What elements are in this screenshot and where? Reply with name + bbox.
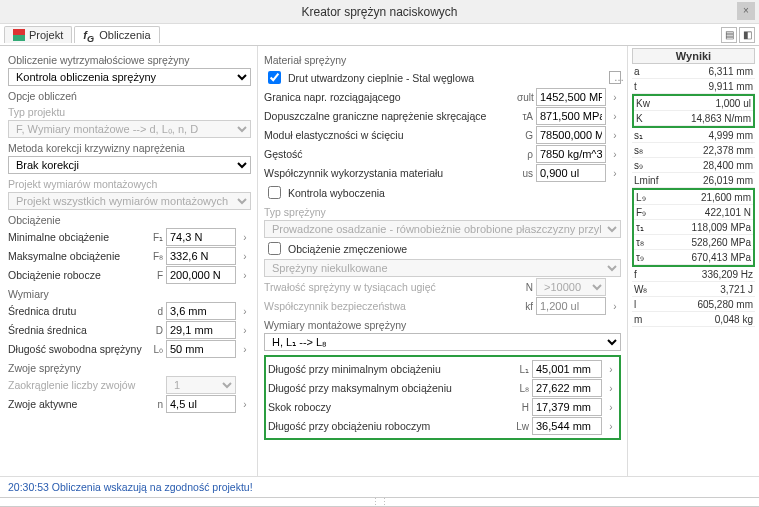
fatigue-checkbox[interactable] <box>268 242 281 255</box>
shotpeen-select: Sprężyny niekulkowane <box>264 259 621 277</box>
len-work-input[interactable] <box>532 417 602 435</box>
project-type-select: F, Wymiary montażowe --> d, L₀, n, D <box>8 120 251 138</box>
results-header: Wyniki <box>632 48 755 64</box>
chevron-icon[interactable]: › <box>239 344 251 355</box>
chevron-icon[interactable]: › <box>239 306 251 317</box>
result-row: Lminf26,019 mm <box>632 173 755 188</box>
coils-label: Zwoje sprężyny <box>8 362 251 374</box>
chevron-icon[interactable]: › <box>609 130 621 141</box>
safety-label: Współczynnik bezpieczeństwa <box>264 300 514 312</box>
max-load-input[interactable] <box>166 247 236 265</box>
tensile-input[interactable] <box>536 88 606 106</box>
result-row: Kw1,000 ul <box>634 96 753 111</box>
round-select: 1 <box>166 376 236 394</box>
len-min-input[interactable] <box>532 360 602 378</box>
work-load-input[interactable] <box>166 266 236 284</box>
material-label: Materiał sprężyny <box>264 54 621 66</box>
project-icon <box>13 29 25 41</box>
chevron-icon[interactable]: › <box>239 270 251 281</box>
calc-type-select[interactable]: Kontrola obliczenia sprężyny <box>8 68 251 86</box>
title-bar: Kreator sprężyn naciskowych × <box>0 0 759 24</box>
fg-icon: fG <box>83 29 95 41</box>
chevron-icon[interactable]: › <box>239 232 251 243</box>
wire-d-input[interactable] <box>166 302 236 320</box>
middle-panel: Materiał sprężyny Drut utwardzony ciepln… <box>258 46 628 476</box>
tab-bar: Projekt fG Obliczenia ▤ ◧ <box>0 24 759 46</box>
buckling-label: Kontrola wyboczenia <box>288 187 621 199</box>
free-l-label: Długość swobodna sprężyny <box>8 343 144 355</box>
options-label: Opcje obliczeń <box>8 90 251 102</box>
result-row: L₉21,600 mm <box>634 190 753 205</box>
chevron-icon[interactable]: › <box>609 168 621 179</box>
chevron-icon[interactable]: › <box>609 149 621 160</box>
density-label: Gęstość <box>264 148 514 160</box>
modulus-input[interactable] <box>536 126 606 144</box>
tab-label: Projekt <box>29 29 63 41</box>
result-row: K14,863 N/mm <box>634 111 753 126</box>
left-panel: Obliczenie wytrzymałościowe sprężyny Kon… <box>0 46 258 476</box>
len-max-input[interactable] <box>532 379 602 397</box>
notes-icon[interactable]: ▤ <box>721 27 737 43</box>
splitter-handle[interactable]: ⋮⋮ <box>0 497 759 506</box>
len-min-label: Długość przy minimalnym obciążeniu <box>268 363 510 375</box>
result-row: τ₁118,009 MPa <box>634 220 753 235</box>
result-row: W₈3,721 J <box>632 282 755 297</box>
chevron-icon[interactable]: › <box>239 251 251 262</box>
mount-dims-select[interactable]: H, L₁ --> L₈ <box>264 333 621 351</box>
density-input[interactable] <box>536 145 606 163</box>
status-bar: 20:30:53 Obliczenia wskazują na zgodność… <box>0 476 759 497</box>
active-coils-label: Zwoje aktywne <box>8 398 144 410</box>
results-body: a6,311 mmt9,911 mmKw1,000 ulK14,863 N/mm… <box>632 64 755 327</box>
result-row: f336,209 Hz <box>632 267 755 282</box>
min-load-input[interactable] <box>166 228 236 246</box>
len-max-label: Długość przy maksymalnym obciążeniu <box>268 382 510 394</box>
calc-type-label: Obliczenie wytrzymałościowe sprężyny <box>8 54 251 66</box>
tab-label: Obliczenia <box>99 29 150 41</box>
chevron-icon[interactable]: › <box>239 399 251 410</box>
mount-highlight-group: Długość przy minimalnym obciążeniuL₁› Dł… <box>264 355 621 440</box>
close-icon[interactable]: × <box>737 2 755 20</box>
result-row: t9,911 mm <box>632 79 755 94</box>
mount-proj-select: Projekt wszystkich wymiarów montażowych … <box>8 192 251 210</box>
util-input[interactable] <box>536 164 606 182</box>
project-type-label: Typ projektu <box>8 106 251 118</box>
spring-type-select: Prowadzone osadzanie - równobieżnie obro… <box>264 220 621 238</box>
window-title: Kreator sprężyn naciskowych <box>301 5 457 19</box>
material-browse-button[interactable]: … <box>609 71 621 84</box>
sheet-icon[interactable]: ◧ <box>739 27 755 43</box>
buckling-checkbox[interactable] <box>268 186 281 199</box>
modulus-label: Moduł elastyczności w ścięciu <box>264 129 514 141</box>
dims-label: Wymiary <box>8 288 251 300</box>
life-select: >10000 <box>536 278 606 296</box>
mount-proj-label: Projekt wymiarów montażowych <box>8 178 251 190</box>
chevron-icon[interactable]: › <box>605 402 617 413</box>
chevron-icon[interactable]: › <box>239 325 251 336</box>
tensile-label: Granica napr. rozciągającego <box>264 91 514 103</box>
mean-d-input[interactable] <box>166 321 236 339</box>
shear-label: Dopuszczalne graniczne naprężenie skręca… <box>264 110 514 122</box>
corr-select[interactable]: Brak korekcji <box>8 156 251 174</box>
chevron-icon[interactable]: › <box>605 383 617 394</box>
material-checkbox[interactable] <box>268 71 281 84</box>
max-load-label: Maksymalne obciążenie <box>8 250 144 262</box>
mean-d-label: Średnia średnica <box>8 324 144 336</box>
chevron-icon[interactable]: › <box>609 92 621 103</box>
shear-input[interactable] <box>536 107 606 125</box>
active-coils-input[interactable] <box>166 395 236 413</box>
result-row: τ₈528,260 MPa <box>634 235 753 250</box>
results-panel: Wyniki a6,311 mmt9,911 mmKw1,000 ulK14,8… <box>628 46 759 476</box>
stroke-input[interactable] <box>532 398 602 416</box>
result-row: τ₉670,413 MPa <box>634 250 753 265</box>
result-row: s₈22,378 mm <box>632 143 755 158</box>
chevron-icon[interactable]: › <box>605 421 617 432</box>
min-load-label: Minimalne obciążenie <box>8 231 144 243</box>
chevron-icon[interactable]: › <box>605 364 617 375</box>
tab-obliczenia[interactable]: fG Obliczenia <box>74 26 159 43</box>
corr-label: Metoda korekcji krzywizny naprężenia <box>8 142 251 154</box>
load-label: Obciążenie <box>8 214 251 226</box>
result-row: s₉28,400 mm <box>632 158 755 173</box>
tab-projekt[interactable]: Projekt <box>4 26 72 43</box>
free-l-input[interactable] <box>166 340 236 358</box>
fatigue-label: Obciążenie zmęczeniowe <box>288 243 621 255</box>
chevron-icon[interactable]: › <box>609 111 621 122</box>
